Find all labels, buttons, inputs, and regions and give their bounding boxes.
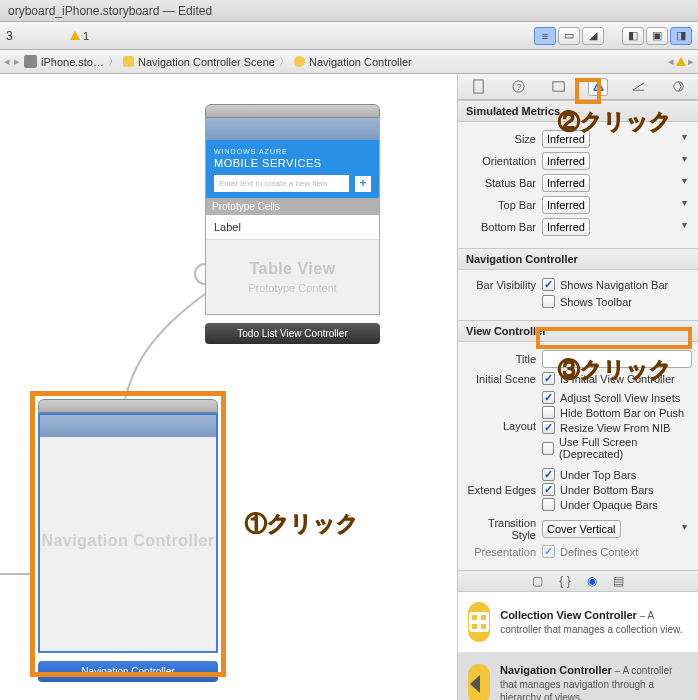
section-view-controller: View Controller bbox=[458, 320, 698, 342]
storyboard-canvas[interactable]: WINDOWS AZURE MOBILE SERVICES Enter text… bbox=[0, 74, 458, 700]
editor-mode-group: ≡ ▭ ◢ bbox=[534, 27, 604, 45]
defines-context-checkbox[interactable]: Defines Context bbox=[542, 545, 638, 558]
crumb-scene[interactable]: Navigation Controller Scene bbox=[138, 56, 275, 68]
svg-rect-12 bbox=[472, 624, 477, 629]
azure-header: WINDOWS AZURE MOBILE SERVICES Enter text… bbox=[206, 140, 379, 198]
top bar-select[interactable]: Inferred bbox=[542, 196, 590, 214]
warning-icon bbox=[676, 57, 686, 66]
bottom bar-select[interactable]: Inferred bbox=[542, 218, 590, 236]
crumb-controller[interactable]: Navigation Controller bbox=[309, 56, 412, 68]
window-titlebar: oryboard_iPhone.storyboard — Edited bbox=[0, 0, 698, 22]
library-item[interactable]: Navigation Controller – A controller tha… bbox=[458, 653, 698, 700]
svg-rect-1 bbox=[473, 80, 482, 93]
library-tab-bar: ▢ { } ◉ ▤ bbox=[458, 570, 698, 592]
connections-inspector-tab[interactable] bbox=[668, 78, 688, 96]
edit-status: Edited bbox=[178, 4, 212, 18]
library-item-icon bbox=[468, 664, 490, 700]
toolbar: 3 1 ≡ ▭ ◢ ◧ ▣ ◨ bbox=[0, 22, 698, 50]
filename: oryboard_iPhone.storyboard bbox=[8, 4, 159, 18]
file-templates-tab[interactable]: ▢ bbox=[532, 574, 543, 588]
svg-rect-11 bbox=[481, 615, 486, 620]
section-nav-controller: Navigation Controller bbox=[458, 248, 698, 270]
toggle-navigator-button[interactable]: ◧ bbox=[622, 27, 644, 45]
nav-bar bbox=[40, 415, 216, 437]
quick-help-tab[interactable]: ? bbox=[508, 78, 528, 96]
storyboard-icon bbox=[24, 55, 37, 68]
prototype-cells-header: Prototype Cells bbox=[206, 198, 379, 215]
toggle-utilities-button[interactable]: ◨ bbox=[670, 27, 692, 45]
identity-inspector-tab[interactable] bbox=[548, 78, 568, 96]
code-snippets-tab[interactable]: { } bbox=[559, 574, 570, 588]
warning-badge[interactable]: 1 bbox=[70, 30, 89, 42]
shows-nav-bar-checkbox[interactable]: Shows Navigation Bar bbox=[542, 278, 668, 291]
svg-text:?: ? bbox=[516, 82, 521, 92]
scene-todo-list[interactable]: WINDOWS AZURE MOBILE SERVICES Enter text… bbox=[205, 104, 380, 344]
nav-bar bbox=[206, 118, 379, 140]
scene-label: Navigation Controller bbox=[38, 661, 218, 682]
standard-editor-button[interactable]: ≡ bbox=[534, 27, 556, 45]
annotation-1: ①クリック bbox=[245, 509, 359, 539]
media-library-tab[interactable]: ▤ bbox=[613, 574, 624, 588]
scene-titlebar bbox=[38, 399, 218, 413]
crumb-file[interactable]: iPhone.sto… bbox=[41, 56, 104, 68]
new-item-input[interactable]: Enter text to create a new item bbox=[214, 175, 349, 192]
scene-titlebar bbox=[205, 104, 380, 118]
toggle-debug-button[interactable]: ▣ bbox=[646, 27, 668, 45]
file-inspector-tab[interactable] bbox=[468, 78, 488, 96]
table-view-placeholder: Table View Prototype Content bbox=[206, 240, 379, 314]
svg-line-6 bbox=[632, 83, 643, 91]
version-editor-button[interactable]: ◢ bbox=[582, 27, 604, 45]
shows-toolbar-checkbox[interactable]: Shows Toolbar bbox=[542, 295, 632, 308]
transition-style-select[interactable]: Cover Vertical bbox=[542, 520, 621, 538]
library-item-icon bbox=[468, 602, 490, 642]
attributes-inspector-tab[interactable] bbox=[588, 78, 608, 96]
vc-title-input[interactable] bbox=[542, 350, 692, 368]
scene-navigation-controller[interactable]: Navigation Controller Navigation Control… bbox=[38, 399, 218, 682]
nav-controller-label: Navigation Controller bbox=[40, 437, 216, 550]
under-top-bars-checkbox[interactable]: Under Top Bars bbox=[542, 468, 692, 481]
inspector-panel: ? Simulated Metrics Size InferredOrienta… bbox=[458, 74, 698, 700]
add-button[interactable]: + bbox=[355, 176, 371, 192]
size-inspector-tab[interactable] bbox=[628, 78, 648, 96]
under-bottom-bars-checkbox[interactable]: Under Bottom Bars bbox=[542, 483, 692, 496]
inspector-tab-bar: ? bbox=[458, 74, 698, 100]
scene-icon bbox=[123, 56, 134, 67]
jump-bar[interactable]: ◂▸ iPhone.sto… 〉 Navigation Controller S… bbox=[0, 50, 698, 74]
hide-bottom-bar-on-push-checkbox[interactable]: Hide Bottom Bar on Push bbox=[542, 406, 692, 419]
prototype-cell[interactable]: Label bbox=[206, 215, 379, 240]
panel-toggle-group: ◧ ▣ ◨ bbox=[622, 27, 692, 45]
library-item[interactable]: Collection View Controller – A controlle… bbox=[458, 592, 698, 653]
orientation-select[interactable]: Inferred bbox=[542, 152, 590, 170]
size-select[interactable]: Inferred bbox=[542, 130, 590, 148]
svg-rect-4 bbox=[552, 82, 563, 91]
under-opaque-bars-checkbox[interactable]: Under Opaque Bars bbox=[542, 498, 692, 511]
resize-view-from-nib-checkbox[interactable]: Resize View From NIB bbox=[542, 421, 692, 434]
svg-marker-14 bbox=[470, 675, 480, 693]
section-simulated-metrics: Simulated Metrics bbox=[458, 100, 698, 122]
adjust-scroll-view-insets-checkbox[interactable]: Adjust Scroll View Insets bbox=[542, 391, 692, 404]
is-initial-vc-checkbox[interactable]: Is Initial View Controller bbox=[542, 372, 675, 385]
issues-count: 3 bbox=[6, 29, 66, 43]
status bar-select[interactable]: Inferred bbox=[542, 174, 590, 192]
use-full-screen-deprecated--checkbox[interactable]: Use Full Screen (Deprecated) bbox=[542, 436, 692, 460]
scene-label: Todo List View Controller bbox=[205, 323, 380, 344]
assistant-editor-button[interactable]: ▭ bbox=[558, 27, 580, 45]
object-library-tab[interactable]: ◉ bbox=[587, 574, 597, 588]
svg-rect-13 bbox=[481, 624, 486, 629]
controller-icon bbox=[294, 56, 305, 67]
warning-icon bbox=[70, 31, 80, 40]
svg-rect-10 bbox=[472, 615, 477, 620]
